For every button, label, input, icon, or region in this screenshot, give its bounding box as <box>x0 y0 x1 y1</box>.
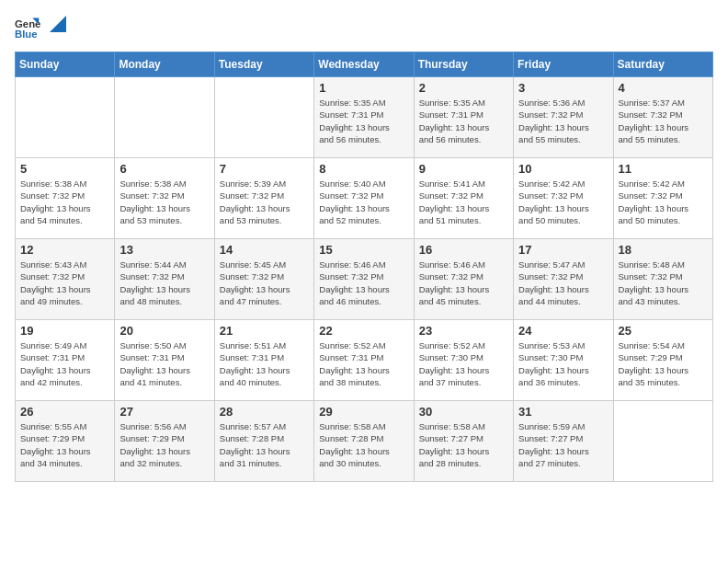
calendar-cell: 7Sunrise: 5:39 AM Sunset: 7:32 PM Daylig… <box>214 158 313 239</box>
calendar-cell: 18Sunrise: 5:48 AM Sunset: 7:32 PM Dayli… <box>613 239 712 320</box>
day-info: Sunrise: 5:53 AM Sunset: 7:30 PM Dayligh… <box>518 339 608 388</box>
calendar-cell: 25Sunrise: 5:54 AM Sunset: 7:29 PM Dayli… <box>613 320 712 401</box>
week-row-4: 19Sunrise: 5:49 AM Sunset: 7:31 PM Dayli… <box>16 320 713 401</box>
day-info: Sunrise: 5:54 AM Sunset: 7:29 PM Dayligh… <box>619 339 708 388</box>
day-number: 23 <box>419 324 508 338</box>
calendar-cell <box>115 77 214 158</box>
day-number: 20 <box>119 324 209 338</box>
day-number: 31 <box>518 405 608 419</box>
calendar-cell: 11Sunrise: 5:42 AM Sunset: 7:32 PM Dayli… <box>613 158 712 239</box>
day-number: 17 <box>518 243 608 257</box>
weekday-header-monday: Monday <box>115 52 214 77</box>
calendar-cell <box>613 401 712 482</box>
svg-text:Blue: Blue <box>15 29 38 40</box>
calendar-cell: 29Sunrise: 5:58 AM Sunset: 7:28 PM Dayli… <box>314 401 414 482</box>
calendar-cell: 21Sunrise: 5:51 AM Sunset: 7:31 PM Dayli… <box>214 320 313 401</box>
calendar-cell: 13Sunrise: 5:44 AM Sunset: 7:32 PM Dayli… <box>115 239 214 320</box>
calendar-cell: 3Sunrise: 5:36 AM Sunset: 7:32 PM Daylig… <box>514 77 613 158</box>
day-info: Sunrise: 5:35 AM Sunset: 7:31 PM Dayligh… <box>319 97 408 145</box>
calendar-cell: 19Sunrise: 5:49 AM Sunset: 7:31 PM Dayli… <box>16 320 115 401</box>
week-row-1: 1Sunrise: 5:35 AM Sunset: 7:31 PM Daylig… <box>16 77 713 158</box>
weekday-header-saturday: Saturday <box>613 52 712 77</box>
day-number: 3 <box>518 81 608 95</box>
day-number: 15 <box>319 243 408 257</box>
day-info: Sunrise: 5:59 AM Sunset: 7:27 PM Dayligh… <box>518 420 608 469</box>
logo-triangle-icon <box>50 16 66 32</box>
week-row-2: 5Sunrise: 5:38 AM Sunset: 7:32 PM Daylig… <box>16 158 713 239</box>
weekday-header-friday: Friday <box>514 52 613 77</box>
day-number: 21 <box>220 324 309 338</box>
day-number: 29 <box>319 405 408 419</box>
day-info: Sunrise: 5:40 AM Sunset: 7:32 PM Dayligh… <box>319 178 408 226</box>
day-number: 18 <box>619 243 708 257</box>
day-info: Sunrise: 5:56 AM Sunset: 7:29 PM Dayligh… <box>119 420 209 469</box>
day-info: Sunrise: 5:47 AM Sunset: 7:32 PM Dayligh… <box>518 259 608 307</box>
day-number: 14 <box>220 243 309 257</box>
calendar-cell: 24Sunrise: 5:53 AM Sunset: 7:30 PM Dayli… <box>514 320 613 401</box>
day-info: Sunrise: 5:48 AM Sunset: 7:32 PM Dayligh… <box>619 259 708 307</box>
calendar-cell: 30Sunrise: 5:58 AM Sunset: 7:27 PM Dayli… <box>414 401 513 482</box>
day-info: Sunrise: 5:46 AM Sunset: 7:32 PM Dayligh… <box>419 259 508 307</box>
page-header: General Blue <box>15 15 713 40</box>
day-info: Sunrise: 5:36 AM Sunset: 7:32 PM Dayligh… <box>518 97 608 145</box>
day-number: 19 <box>20 324 109 338</box>
day-number: 16 <box>419 243 508 257</box>
day-number: 27 <box>119 405 209 419</box>
svg-marker-3 <box>50 16 66 32</box>
day-number: 9 <box>419 162 508 176</box>
day-info: Sunrise: 5:55 AM Sunset: 7:29 PM Dayligh… <box>20 420 109 469</box>
calendar-cell: 16Sunrise: 5:46 AM Sunset: 7:32 PM Dayli… <box>414 239 513 320</box>
weekday-header-thursday: Thursday <box>414 52 513 77</box>
calendar-cell: 9Sunrise: 5:41 AM Sunset: 7:32 PM Daylig… <box>414 158 513 239</box>
calendar-cell: 12Sunrise: 5:43 AM Sunset: 7:32 PM Dayli… <box>16 239 115 320</box>
day-number: 8 <box>319 162 408 176</box>
day-number: 12 <box>20 243 109 257</box>
week-row-3: 12Sunrise: 5:43 AM Sunset: 7:32 PM Dayli… <box>16 239 713 320</box>
day-info: Sunrise: 5:51 AM Sunset: 7:31 PM Dayligh… <box>220 339 309 388</box>
day-info: Sunrise: 5:43 AM Sunset: 7:32 PM Dayligh… <box>20 259 109 307</box>
calendar-cell: 8Sunrise: 5:40 AM Sunset: 7:32 PM Daylig… <box>314 158 414 239</box>
day-info: Sunrise: 5:45 AM Sunset: 7:32 PM Dayligh… <box>220 259 309 307</box>
calendar-cell <box>214 77 313 158</box>
calendar-cell: 1Sunrise: 5:35 AM Sunset: 7:31 PM Daylig… <box>314 77 414 158</box>
day-info: Sunrise: 5:58 AM Sunset: 7:27 PM Dayligh… <box>419 420 508 469</box>
day-number: 11 <box>619 162 708 176</box>
calendar-cell: 20Sunrise: 5:50 AM Sunset: 7:31 PM Dayli… <box>115 320 214 401</box>
day-info: Sunrise: 5:38 AM Sunset: 7:32 PM Dayligh… <box>119 178 209 226</box>
day-number: 10 <box>518 162 608 176</box>
day-number: 22 <box>319 324 408 338</box>
calendar-cell: 17Sunrise: 5:47 AM Sunset: 7:32 PM Dayli… <box>514 239 613 320</box>
calendar-cell: 5Sunrise: 5:38 AM Sunset: 7:32 PM Daylig… <box>16 158 115 239</box>
day-info: Sunrise: 5:41 AM Sunset: 7:32 PM Dayligh… <box>419 178 508 226</box>
weekday-header-tuesday: Tuesday <box>214 52 313 77</box>
day-number: 1 <box>319 81 408 95</box>
weekday-header-row: SundayMondayTuesdayWednesdayThursdayFrid… <box>16 52 713 77</box>
day-info: Sunrise: 5:37 AM Sunset: 7:32 PM Dayligh… <box>619 97 708 145</box>
day-info: Sunrise: 5:57 AM Sunset: 7:28 PM Dayligh… <box>220 420 309 469</box>
day-number: 6 <box>119 162 209 176</box>
day-info: Sunrise: 5:39 AM Sunset: 7:32 PM Dayligh… <box>220 178 309 226</box>
calendar-cell: 28Sunrise: 5:57 AM Sunset: 7:28 PM Dayli… <box>214 401 313 482</box>
calendar-cell: 10Sunrise: 5:42 AM Sunset: 7:32 PM Dayli… <box>514 158 613 239</box>
day-number: 30 <box>419 405 508 419</box>
calendar-cell: 2Sunrise: 5:35 AM Sunset: 7:31 PM Daylig… <box>414 77 513 158</box>
calendar-cell: 22Sunrise: 5:52 AM Sunset: 7:31 PM Dayli… <box>314 320 414 401</box>
day-info: Sunrise: 5:42 AM Sunset: 7:32 PM Dayligh… <box>518 178 608 226</box>
day-info: Sunrise: 5:52 AM Sunset: 7:31 PM Dayligh… <box>319 339 408 388</box>
logo: General Blue <box>15 15 66 40</box>
week-row-5: 26Sunrise: 5:55 AM Sunset: 7:29 PM Dayli… <box>16 401 713 482</box>
day-info: Sunrise: 5:58 AM Sunset: 7:28 PM Dayligh… <box>319 420 408 469</box>
calendar-cell: 27Sunrise: 5:56 AM Sunset: 7:29 PM Dayli… <box>115 401 214 482</box>
calendar-cell: 14Sunrise: 5:45 AM Sunset: 7:32 PM Dayli… <box>214 239 313 320</box>
day-info: Sunrise: 5:35 AM Sunset: 7:31 PM Dayligh… <box>419 97 508 145</box>
calendar-cell: 23Sunrise: 5:52 AM Sunset: 7:30 PM Dayli… <box>414 320 513 401</box>
day-number: 24 <box>518 324 608 338</box>
day-info: Sunrise: 5:52 AM Sunset: 7:30 PM Dayligh… <box>419 339 508 388</box>
weekday-header-sunday: Sunday <box>16 52 115 77</box>
calendar-table: SundayMondayTuesdayWednesdayThursdayFrid… <box>15 52 713 482</box>
day-number: 25 <box>619 324 708 338</box>
day-info: Sunrise: 5:42 AM Sunset: 7:32 PM Dayligh… <box>619 178 708 226</box>
calendar-cell: 26Sunrise: 5:55 AM Sunset: 7:29 PM Dayli… <box>16 401 115 482</box>
calendar-cell: 4Sunrise: 5:37 AM Sunset: 7:32 PM Daylig… <box>613 77 712 158</box>
day-info: Sunrise: 5:44 AM Sunset: 7:32 PM Dayligh… <box>119 259 209 307</box>
